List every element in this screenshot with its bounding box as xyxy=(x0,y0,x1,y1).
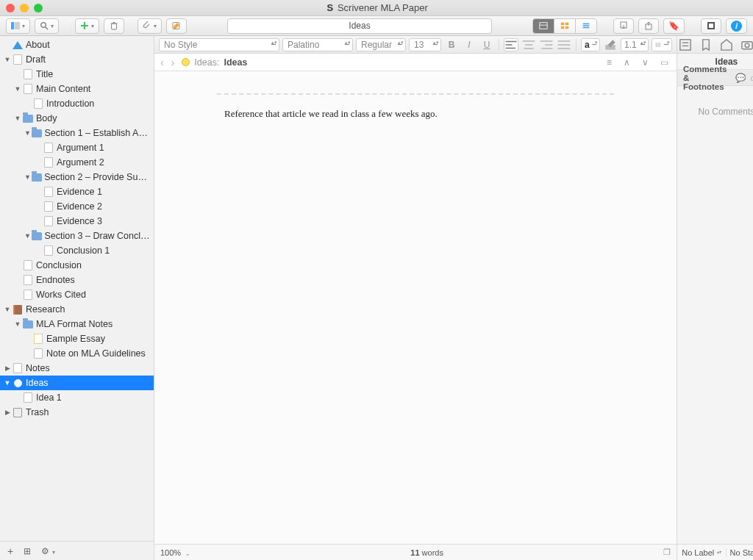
folder-icon xyxy=(32,173,42,182)
binder-item[interactable]: Endnotes xyxy=(0,273,154,287)
binder-tree[interactable]: About▼DraftTitle▼Main ContentIntroductio… xyxy=(0,36,154,541)
app-icon: S xyxy=(325,2,335,12)
corkboard-mode-button[interactable] xyxy=(554,18,576,34)
editor-page[interactable]: Reference that article we read in class … xyxy=(154,71,677,544)
binder-options-button[interactable]: ⚙︎ ▾ xyxy=(41,546,54,556)
disclosure-icon[interactable]: ▼ xyxy=(13,115,22,122)
header-menu-icon[interactable]: ≡ xyxy=(604,57,614,68)
info-button[interactable]: i xyxy=(726,18,747,34)
split-view-button[interactable]: ▭ xyxy=(658,57,671,68)
list-select[interactable]: ▾ xyxy=(652,38,672,51)
bulb-icon xyxy=(12,379,24,387)
disclosure-icon[interactable]: ▼ xyxy=(24,173,32,181)
binder-item[interactable]: Works Cited xyxy=(0,287,154,302)
binder-item-label: Section 3 – Draw Conclusi… xyxy=(44,231,151,241)
editor-text[interactable]: Reference that article we read in class … xyxy=(217,108,614,120)
style-select[interactable]: No Style▴▾ xyxy=(159,38,279,51)
binder-item[interactable]: About xyxy=(0,37,154,52)
binder-item[interactable]: ▶Trash xyxy=(0,405,154,420)
binder-item[interactable]: ▼Body xyxy=(0,111,154,126)
disclosure-icon[interactable]: ▼ xyxy=(24,129,32,137)
binder-item[interactable]: ▼Main Content xyxy=(0,82,154,96)
font-size-select[interactable]: 13▴▾ xyxy=(409,38,441,51)
bookmark-toolbar-button[interactable]: 🔖 xyxy=(663,18,685,34)
binder-item[interactable]: Evidence 3 xyxy=(0,214,154,229)
comments-header[interactable]: Comments & Footnotes 💬 cf — xyxy=(677,70,753,86)
disclosure-icon[interactable]: ▼ xyxy=(3,379,12,387)
binder-item[interactable]: Evidence 2 xyxy=(0,199,154,214)
binder-item[interactable]: ▼Section 3 – Draw Conclusi… xyxy=(0,229,154,243)
font-weight-select[interactable]: Regular▴▾ xyxy=(356,38,406,51)
text-color-button[interactable]: a▾ xyxy=(581,38,600,51)
disclosure-icon[interactable]: ▼ xyxy=(13,320,22,328)
bookmarks-tab[interactable] xyxy=(699,38,713,51)
document-title-field[interactable]: Ideas xyxy=(227,18,492,34)
bold-button[interactable]: B xyxy=(444,38,459,51)
binder-item[interactable]: Evidence 1 xyxy=(0,184,154,199)
binder-item[interactable]: ▼Draft xyxy=(0,52,154,67)
scrivenings-mode-button[interactable] xyxy=(532,18,554,34)
binder-item[interactable]: ▼Section 2 – Provide Suppo… xyxy=(0,170,154,184)
highlight-button[interactable] xyxy=(603,38,618,51)
quick-ref-button[interactable]: ❐ xyxy=(663,548,671,557)
disclosure-icon[interactable]: ▶ xyxy=(3,365,12,372)
nav-back-button[interactable]: ‹ xyxy=(160,57,164,68)
document-path[interactable]: Ideas: Ideas xyxy=(182,57,247,68)
disclosure-icon[interactable]: ▼ xyxy=(3,306,12,313)
align-right-button[interactable] xyxy=(539,38,554,51)
align-center-button[interactable] xyxy=(521,38,536,51)
binder-item[interactable]: Introduction xyxy=(0,96,154,111)
outliner-mode-button[interactable] xyxy=(575,18,597,34)
add-folder-button[interactable]: ⊞ xyxy=(24,546,31,556)
notes-tab[interactable] xyxy=(678,38,693,51)
label-select[interactable]: No Label▴▾ xyxy=(677,548,726,557)
metadata-tab[interactable] xyxy=(719,38,734,51)
binder-item-label: Argument 1 xyxy=(57,143,104,153)
zoom-level[interactable]: 100% ⌄ xyxy=(160,548,190,557)
align-justify-button[interactable] xyxy=(557,38,571,51)
align-left-button[interactable] xyxy=(504,38,518,51)
binder-item[interactable]: Conclusion xyxy=(0,258,154,273)
italic-button[interactable]: I xyxy=(462,38,477,51)
next-doc-button[interactable]: ∨ xyxy=(640,57,651,68)
binder-item[interactable]: ▼Section 1 – Establish Argu… xyxy=(0,126,154,140)
compose-button[interactable] xyxy=(166,18,187,34)
binder-item-label: Conclusion 1 xyxy=(57,245,110,256)
fullscreen-button[interactable] xyxy=(701,18,721,34)
svg-rect-11 xyxy=(565,23,568,25)
nav-forward-button[interactable]: › xyxy=(171,57,175,68)
view-button[interactable]: ▾ xyxy=(6,18,30,34)
binder-item[interactable]: Note on MLA Guidelines xyxy=(0,346,154,361)
binder-item[interactable]: ▼MLA Format Notes xyxy=(0,317,154,331)
disclosure-icon[interactable]: ▼ xyxy=(3,56,12,63)
doc-icon xyxy=(22,290,34,300)
status-select[interactable]: No Status▴▾ xyxy=(726,548,753,557)
attachment-button[interactable]: ▾ xyxy=(138,18,162,34)
binder-item[interactable]: ▶Notes xyxy=(0,361,154,376)
add-item-button[interactable]: + xyxy=(7,545,13,557)
binder-item[interactable]: ▼Research xyxy=(0,302,154,317)
compile-button[interactable] xyxy=(613,18,634,34)
font-select[interactable]: Palatino▴▾ xyxy=(282,38,353,51)
prev-doc-button[interactable]: ∧ xyxy=(621,57,632,68)
binder-item[interactable]: Argument 1 xyxy=(0,140,154,155)
binder-item-label: Notes xyxy=(26,363,50,373)
binder-item[interactable]: Conclusion 1 xyxy=(0,243,154,258)
share-button[interactable] xyxy=(638,18,659,34)
trash-button[interactable] xyxy=(104,18,124,34)
search-button[interactable]: ▾ xyxy=(35,18,59,34)
disclosure-icon[interactable]: ▶ xyxy=(3,409,12,416)
add-button[interactable]: ▾ xyxy=(75,18,99,34)
line-spacing-select[interactable]: 1.1▴▾ xyxy=(621,38,649,51)
snapshots-tab[interactable] xyxy=(740,38,753,51)
doc-icon xyxy=(22,260,34,270)
word-count[interactable]: 11 words xyxy=(410,548,443,557)
disclosure-icon[interactable]: ▼ xyxy=(13,85,22,93)
binder-item[interactable]: Argument 2 xyxy=(0,155,154,170)
binder-item[interactable]: ▼Ideas xyxy=(0,376,154,390)
binder-item[interactable]: Idea 1 xyxy=(0,390,154,405)
underline-button[interactable]: U xyxy=(479,38,494,51)
disclosure-icon[interactable]: ▼ xyxy=(24,232,32,240)
binder-item[interactable]: Eample Essay xyxy=(0,331,154,346)
binder-item[interactable]: Title xyxy=(0,67,154,82)
